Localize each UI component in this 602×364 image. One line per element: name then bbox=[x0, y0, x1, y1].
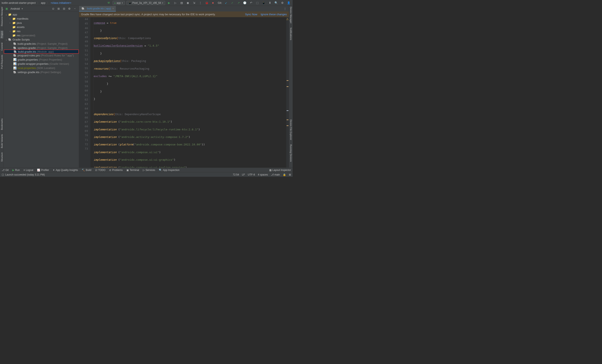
tool-git[interactable]: ⎇Git bbox=[2, 169, 9, 171]
fold-gutter bbox=[91, 17, 94, 168]
agp-icon[interactable]: ⬚ bbox=[255, 1, 260, 5]
tool-problems[interactable]: ⊘Problems bbox=[109, 169, 123, 171]
panel-hide-icon[interactable]: − bbox=[73, 6, 77, 11]
tool-app-inspection[interactable]: 🔍App Inspection bbox=[159, 169, 179, 171]
attach-debugger-icon[interactable]: ⇲ bbox=[192, 1, 196, 5]
bottom-tools: ⎇Git ▶Run ≡Logcat 📈Profiler ✦App Quality… bbox=[0, 168, 293, 172]
tree-proguard[interactable]: 🐘proguard-rules.pro (ProGuard Rules for … bbox=[4, 53, 79, 57]
tree-manifests[interactable]: ›📁manifests bbox=[4, 17, 79, 21]
tool-services[interactable]: ▷Services bbox=[143, 169, 155, 171]
tool-run[interactable]: ▶Run bbox=[12, 169, 20, 171]
locate-icon[interactable]: ⊙ bbox=[51, 6, 55, 11]
status-lf[interactable]: LF bbox=[242, 173, 245, 176]
right-tool-gutter: Device Manager Notifications Device File… bbox=[289, 6, 293, 168]
avatar-icon[interactable]: 👤 bbox=[286, 1, 291, 5]
tool-resource-manager[interactable]: Resource Manager bbox=[1, 7, 3, 26]
more-run-icon[interactable]: ⋮ bbox=[198, 1, 203, 5]
status-message: Launch succeeded (today 3:21 PM) bbox=[5, 173, 45, 176]
editor-more-icon[interactable]: ⋮ bbox=[283, 7, 287, 11]
tool-profiler[interactable]: 📈Profiler bbox=[37, 169, 49, 171]
status-enc[interactable]: UTF-8 bbox=[248, 173, 255, 176]
tool-bookmarks[interactable]: Bookmarks bbox=[1, 118, 3, 130]
tool-running-devices[interactable]: Running Devices bbox=[290, 144, 292, 162]
ignore-changes-link[interactable]: Ignore these changes bbox=[261, 13, 287, 16]
run-config-dropdown[interactable]: ▸app▾ bbox=[113, 1, 125, 5]
editor-tab-build-gradle[interactable]: 🐘 build.gradle.kts (:app) × bbox=[79, 6, 116, 11]
tool-device-manager[interactable]: Device Manager bbox=[290, 7, 292, 23]
coverage-icon[interactable]: ▤ bbox=[179, 1, 184, 5]
overview-ruler[interactable]: ⚠ bbox=[286, 17, 289, 168]
tool-aqi[interactable]: ✦App Quality Insights bbox=[53, 169, 78, 171]
stop-icon[interactable]: ■ bbox=[211, 1, 215, 5]
tree-java[interactable]: ›📁java bbox=[4, 21, 79, 25]
tool-commit[interactable]: Commit bbox=[1, 43, 3, 51]
tool-project[interactable]: Project bbox=[0, 31, 4, 38]
project-panel: ▣ Android▾ ⊙ ⊞ ⊟ ⚙ − ⌄📁app ›📁manifests ›… bbox=[4, 6, 79, 168]
tool-build-variants[interactable]: Build Variants bbox=[1, 134, 3, 148]
sync-now-link[interactable]: Sync Now bbox=[245, 13, 257, 16]
panel-settings-icon[interactable]: ⚙ bbox=[67, 6, 72, 11]
tree-res-gen[interactable]: 📁res (generated) bbox=[4, 33, 79, 37]
gradle-icon: 🐘 bbox=[81, 7, 85, 10]
undo-icon[interactable]: ↶ bbox=[249, 1, 253, 5]
breadcrumb-app[interactable]: app bbox=[41, 1, 46, 4]
sdk-icon[interactable]: ⬇ bbox=[268, 1, 272, 5]
tree-app[interactable]: ⌄📁app bbox=[4, 12, 79, 17]
settings-icon[interactable]: ⚙ bbox=[280, 1, 285, 5]
tool-structure[interactable]: Structure bbox=[1, 152, 3, 162]
profiler-icon[interactable]: ◉ bbox=[186, 1, 190, 5]
tool-pull-requests[interactable]: Pull Requests bbox=[1, 55, 3, 69]
expand-icon[interactable]: ⊞ bbox=[56, 6, 61, 11]
tree-build-gradle-project[interactable]: 🐘build.gradle.kts (Project: Sample_Proje… bbox=[4, 42, 79, 46]
close-tab-icon[interactable]: × bbox=[112, 7, 114, 10]
hammer-icon[interactable]: ⚒ bbox=[106, 1, 111, 5]
warning-icon[interactable]: ⚠ bbox=[286, 18, 289, 21]
status-pos[interactable]: 72:54 bbox=[233, 173, 239, 176]
tool-terminal[interactable]: ▣Terminal bbox=[127, 169, 139, 171]
search-icon[interactable]: 🔍 bbox=[274, 1, 279, 5]
sync-banner: Gradle files have changed since last pro… bbox=[79, 11, 289, 17]
status-bar: ▢ Launch succeeded (today 3:21 PM) 72:54… bbox=[0, 172, 293, 177]
tool-notifications[interactable]: Notifications bbox=[290, 28, 292, 40]
collapse-icon[interactable]: ⊟ bbox=[62, 6, 66, 11]
status-indent[interactable]: 4 spaces bbox=[258, 173, 268, 176]
code-editor[interactable]: compose = true } composeOptions { this: … bbox=[94, 17, 286, 168]
status-branch[interactable]: ⎇ main bbox=[271, 173, 280, 176]
breadcrumb-class-init[interactable]: <class initializer> bbox=[51, 1, 71, 4]
tree-gradle-properties[interactable]: 📊gradle.properties (Project Properties) bbox=[4, 57, 79, 62]
tree-settings-gradle[interactable]: 🐘settings.gradle.kts (Project Settings) bbox=[4, 70, 79, 74]
tool-device-file-explorer[interactable]: Device File Explorer bbox=[290, 119, 292, 140]
status-icon[interactable]: ▢ bbox=[2, 173, 4, 176]
git-push-icon[interactable]: ↗ bbox=[236, 1, 241, 5]
project-tree: ⌄📁app ›📁manifests ›📁java 📁assets ›📁res 📁… bbox=[4, 11, 79, 75]
status-lock-icon[interactable]: 🔒 bbox=[283, 173, 286, 176]
status-process-icon[interactable]: ⊞ bbox=[289, 173, 291, 176]
tool-todo[interactable]: ☑TODO bbox=[95, 169, 105, 171]
project-view-dropdown[interactable]: Android▾ bbox=[9, 7, 24, 11]
tree-local-properties[interactable]: 📊local.properties (SDK Location) bbox=[4, 66, 79, 70]
tool-layout-inspector[interactable]: ▦Layout Inspector bbox=[269, 169, 291, 171]
tree-build-gradle-app[interactable]: 🐘build.gradle.kts (Module :app) bbox=[4, 50, 79, 54]
editor-area: 🐘 build.gradle.kts (:app) × ⋮ Gradle fil… bbox=[79, 6, 289, 168]
history-icon[interactable]: 🕐 bbox=[242, 1, 247, 5]
editor-body[interactable]: 444546 474849 505152 535455 565758 59606… bbox=[79, 17, 289, 168]
breadcrumb: kotlin-android-starter-project 〉 app 〉 <… bbox=[2, 1, 71, 5]
editor-tabs: 🐘 build.gradle.kts (:app) × ⋮ bbox=[79, 6, 289, 11]
tree-res[interactable]: ›📁res bbox=[4, 29, 79, 33]
debug-icon[interactable]: 🐞 bbox=[204, 1, 209, 5]
tree-assets[interactable]: 📁assets bbox=[4, 25, 79, 29]
tree-gradle-wrapper[interactable]: 📊gradle-wrapper.properties (Gradle Versi… bbox=[4, 62, 79, 66]
git-commit-icon[interactable]: ✓ bbox=[230, 1, 235, 5]
device-icon[interactable]: 📱 bbox=[261, 1, 266, 5]
tool-logcat[interactable]: ≡Logcat bbox=[23, 169, 33, 171]
git-pull-icon[interactable]: ↙ bbox=[224, 1, 228, 5]
tree-spotless[interactable]: 🐘spotless.gradle (Project: Sample_Projec… bbox=[4, 46, 79, 50]
breadcrumb-root[interactable]: kotlin-android-starter-project bbox=[2, 1, 36, 4]
run-icon[interactable]: ▶ bbox=[167, 1, 172, 5]
line-gutter: 444546 474849 505152 535455 565758 59606… bbox=[79, 17, 91, 168]
left-tool-gutter: Resource Manager Project Commit Pull Req… bbox=[0, 6, 4, 168]
tree-gradle-scripts[interactable]: ⌄🐘Gradle Scripts bbox=[4, 37, 79, 42]
tool-build[interactable]: 🔨Build bbox=[82, 169, 91, 171]
device-dropdown[interactable]: 📱Pixel_3a_API_33_x86_64▾ bbox=[127, 1, 165, 5]
bug-run-icon[interactable]: ▷ bbox=[173, 1, 178, 5]
